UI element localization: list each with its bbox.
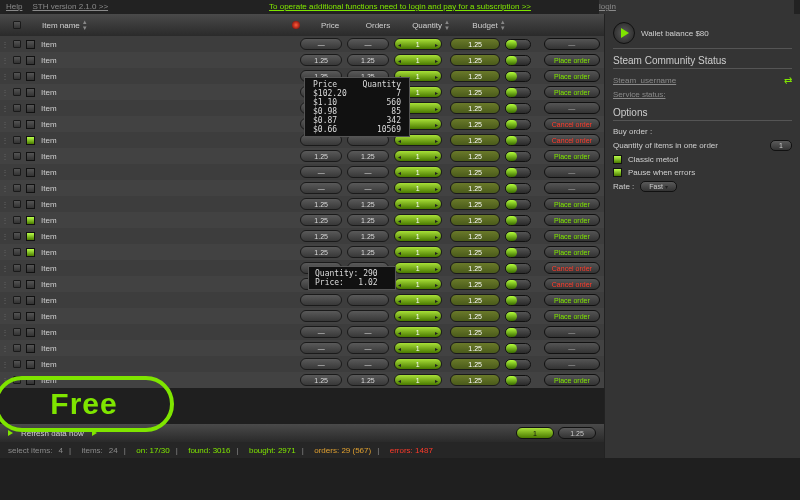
item-name[interactable]: Item xyxy=(37,72,279,81)
place-order-button[interactable]: Place order xyxy=(544,86,600,98)
budget-cell[interactable]: 1.25 xyxy=(450,54,500,66)
row-checkbox[interactable] xyxy=(26,152,35,161)
row-toggle[interactable] xyxy=(505,199,531,210)
budget-cell[interactable]: 1.25 xyxy=(450,150,500,162)
budget-cell[interactable]: 1.25 xyxy=(450,166,500,178)
drag-handle[interactable]: ⋮ xyxy=(0,120,10,129)
budget-cell[interactable]: 1.25 xyxy=(450,134,500,146)
cancel-order-button[interactable]: Cancel order xyxy=(544,278,600,290)
drag-handle[interactable]: ⋮ xyxy=(0,328,10,337)
pager-total[interactable]: 1.25 xyxy=(558,427,596,439)
item-name[interactable]: Item xyxy=(37,296,279,305)
drag-handle[interactable]: ⋮ xyxy=(0,344,10,353)
item-name[interactable]: Item xyxy=(37,152,279,161)
budget-cell[interactable]: 1.25 xyxy=(450,374,500,386)
sort-icon[interactable]: ▲▼ xyxy=(444,19,450,31)
qty-stepper[interactable]: ◂1▸ xyxy=(394,214,442,226)
col-price[interactable]: Price xyxy=(321,21,339,30)
budget-cell[interactable]: 1.25 xyxy=(450,262,500,274)
price-cell[interactable] xyxy=(300,294,342,306)
classic-checkbox[interactable] xyxy=(613,155,622,164)
budget-cell[interactable]: 1.25 xyxy=(450,358,500,370)
place-order-button[interactable]: Place order xyxy=(544,214,600,226)
row-menu-button[interactable] xyxy=(13,104,21,112)
row-toggle[interactable] xyxy=(505,183,531,194)
row-checkbox[interactable] xyxy=(26,72,35,81)
price-cell[interactable]: — xyxy=(300,166,342,178)
refresh-icon[interactable] xyxy=(8,430,13,436)
item-name[interactable]: Item xyxy=(37,264,279,273)
place-order-button[interactable]: Place order xyxy=(544,54,600,66)
row-checkbox[interactable] xyxy=(26,56,35,65)
orders-cell[interactable]: — xyxy=(347,342,389,354)
drag-handle[interactable]: ⋮ xyxy=(0,280,10,289)
orders-cell[interactable]: 1.25 xyxy=(347,150,389,162)
pause-checkbox[interactable] xyxy=(613,168,622,177)
item-name[interactable]: Item xyxy=(37,56,279,65)
place-order-button[interactable]: Place order xyxy=(544,246,600,258)
price-cell[interactable]: 1.25 xyxy=(300,214,342,226)
row-checkbox[interactable] xyxy=(26,200,35,209)
select-all-control[interactable] xyxy=(13,21,21,29)
row-menu-button[interactable] xyxy=(13,200,21,208)
orders-cell[interactable] xyxy=(347,310,389,322)
row-toggle[interactable] xyxy=(505,295,531,306)
row-toggle[interactable] xyxy=(505,327,531,338)
row-menu-button[interactable] xyxy=(13,248,21,256)
item-name[interactable]: Item xyxy=(37,200,279,209)
row-toggle[interactable] xyxy=(505,279,531,290)
price-cell[interactable]: 1.25 xyxy=(300,150,342,162)
place-order-button[interactable]: Place order xyxy=(544,294,600,306)
orders-cell[interactable]: — xyxy=(347,38,389,50)
row-toggle[interactable] xyxy=(505,231,531,242)
row-toggle[interactable] xyxy=(505,55,531,66)
row-menu-button[interactable] xyxy=(13,344,21,352)
rate-select[interactable]: Fast ▾ xyxy=(640,181,677,192)
cancel-order-button[interactable]: Cancel order xyxy=(544,134,600,146)
qty-stepper[interactable]: ◂1▸ xyxy=(394,374,442,386)
drag-handle[interactable]: ⋮ xyxy=(0,88,10,97)
price-cell[interactable]: 1.25 xyxy=(300,198,342,210)
budget-cell[interactable]: 1.25 xyxy=(450,198,500,210)
drag-handle[interactable]: ⋮ xyxy=(0,104,10,113)
qty-stepper[interactable]: ◂1▸ xyxy=(394,150,442,162)
row-checkbox[interactable] xyxy=(26,248,35,257)
cancel-order-button[interactable]: Cancel order xyxy=(544,118,600,130)
row-menu-button[interactable] xyxy=(13,312,21,320)
item-name[interactable]: Item xyxy=(37,232,279,241)
drag-handle[interactable]: ⋮ xyxy=(0,136,10,145)
row-checkbox[interactable] xyxy=(26,232,35,241)
drag-handle[interactable]: ⋮ xyxy=(0,168,10,177)
budget-cell[interactable]: 1.25 xyxy=(450,230,500,242)
item-name[interactable]: Item xyxy=(37,136,279,145)
row-toggle[interactable] xyxy=(505,87,531,98)
row-menu-button[interactable] xyxy=(13,72,21,80)
place-order-button[interactable]: Place order xyxy=(544,70,600,82)
drag-handle[interactable]: ⋮ xyxy=(0,184,10,193)
budget-cell[interactable]: 1.25 xyxy=(450,310,500,322)
row-toggle[interactable] xyxy=(505,375,531,386)
budget-cell[interactable]: 1.25 xyxy=(450,86,500,98)
qty-stepper[interactable]: ◂1▸ xyxy=(394,230,442,242)
drag-handle[interactable]: ⋮ xyxy=(0,296,10,305)
record-icon[interactable] xyxy=(292,21,300,29)
row-checkbox[interactable] xyxy=(26,344,35,353)
qty-stepper[interactable]: ◂1▸ xyxy=(394,262,442,274)
qty-stepper[interactable]: ◂1▸ xyxy=(394,342,442,354)
row-toggle[interactable] xyxy=(505,39,531,50)
qty-stepper[interactable]: ◂1▸ xyxy=(394,38,442,50)
row-checkbox[interactable] xyxy=(26,168,35,177)
row-checkbox[interactable] xyxy=(26,328,35,337)
drag-handle[interactable]: ⋮ xyxy=(0,312,10,321)
budget-cell[interactable]: 1.25 xyxy=(450,38,500,50)
row-checkbox[interactable] xyxy=(26,216,35,225)
item-name[interactable]: Item xyxy=(37,248,279,257)
row-checkbox[interactable] xyxy=(26,136,35,145)
budget-cell[interactable]: 1.25 xyxy=(450,342,500,354)
orders-cell[interactable]: — xyxy=(347,326,389,338)
price-cell[interactable]: 1.25 xyxy=(300,230,342,242)
row-toggle[interactable] xyxy=(505,71,531,82)
row-menu-button[interactable] xyxy=(13,216,21,224)
orders-cell[interactable]: 1.25 xyxy=(347,214,389,226)
row-toggle[interactable] xyxy=(505,135,531,146)
